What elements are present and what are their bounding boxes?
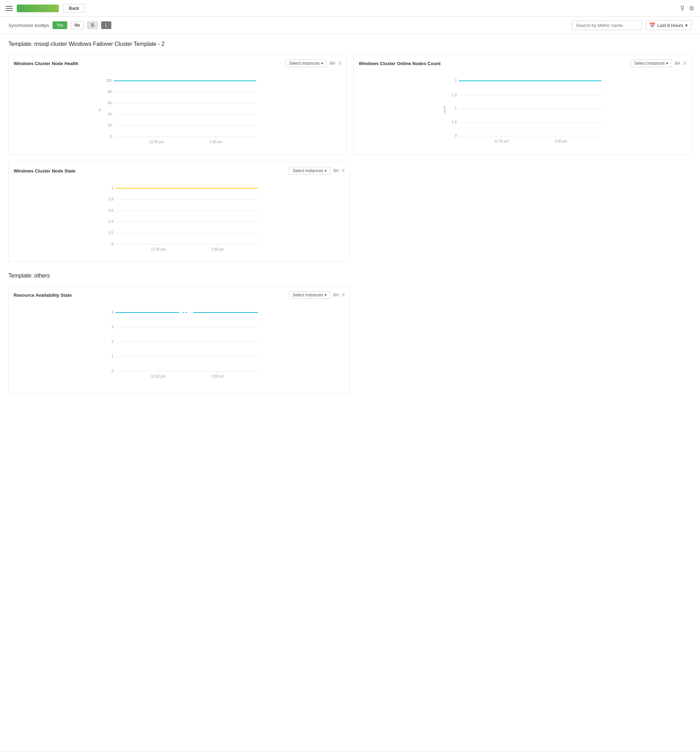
svg-text:60: 60 (108, 101, 112, 105)
charts-grid-1: Windows Cluster Node Health Select insta… (8, 54, 692, 155)
chart-header-3: Windows Cluster Node State Select instan… (14, 167, 345, 175)
settings-icon[interactable]: ⚙ (689, 5, 694, 12)
chart-title-4: Resource Availability State (14, 292, 72, 298)
yes-button[interactable]: Yes (53, 21, 67, 29)
toolbar-left: Synchronize tooltips Yes No S L (8, 21, 111, 29)
chart-svg-wrapper-2: count 2 1.5 1 0.5 0 (359, 71, 686, 149)
svg-text:0: 0 (455, 134, 457, 138)
chart-controls-4: Select instances ▾ 8H ≡ (289, 291, 345, 299)
template-section-2: Template: others Resource Availability S… (8, 273, 692, 393)
template-name-1: mssql-cluster Windows Failover Cluster T… (34, 41, 165, 47)
nav-left: Back (6, 4, 85, 12)
svg-text:1: 1 (111, 186, 114, 190)
chart-menu-4[interactable]: ≡ (342, 292, 345, 298)
chart-svg-4: 4 3 2 1 0 (14, 303, 345, 387)
template-section-1: Template: mssql-cluster Windows Failover… (8, 41, 692, 262)
svg-text:0.2: 0.2 (109, 231, 114, 235)
size-s-button[interactable]: S (87, 21, 98, 29)
back-button[interactable]: Back (63, 4, 85, 12)
select-instances-btn-2[interactable]: Select instances ▾ (630, 59, 672, 67)
top-navigation: Back ⊽ ⚙ (0, 0, 700, 17)
chart-period-4: 8H (333, 292, 338, 297)
nav-right: ⊽ ⚙ (680, 5, 694, 12)
calendar-icon: 📅 (649, 22, 655, 28)
hamburger-menu[interactable] (6, 6, 12, 11)
svg-text:0.4: 0.4 (109, 220, 114, 224)
svg-text:0.8: 0.8 (109, 197, 114, 201)
chart-svg-3: 1 0.8 0.6 0.4 0.2 0 (14, 179, 345, 256)
sync-tooltips-label: Synchronize tooltips (8, 23, 49, 28)
svg-text:20: 20 (108, 124, 112, 127)
chart-header-2: Windows Cluster Online Nodes Count Selec… (359, 59, 686, 67)
chart-controls-2: Select instances ▾ 8H ≡ (630, 59, 686, 67)
time-selector-label: Last 8 Hours (657, 23, 683, 28)
svg-text:3:30 pm: 3:30 pm (212, 374, 224, 378)
search-input[interactable] (572, 21, 642, 30)
chart-controls-3: Select instances ▾ 8H ≡ (289, 167, 345, 175)
svg-text:2: 2 (455, 79, 457, 82)
select-instances-btn-1[interactable]: Select instances ▾ (285, 59, 327, 67)
svg-text:0.6: 0.6 (109, 208, 114, 213)
chart-svg-1: % 100 80 60 40 20 0 (14, 71, 341, 148)
chart-menu-2[interactable]: ≡ (683, 60, 686, 67)
template-prefix-2: Template: (8, 273, 33, 278)
chart-svg-2: count 2 1.5 1 0.5 0 (359, 71, 686, 148)
svg-text:12:30 pm: 12:30 pm (494, 139, 509, 143)
chart-single-2: Resource Availability State Select insta… (8, 286, 692, 393)
svg-text:80: 80 (108, 90, 112, 94)
chart-node-state: Windows Cluster Node State Select instan… (8, 162, 350, 262)
select-instances-label-1: Select instances (289, 61, 320, 66)
chart-single-1: Windows Cluster Node State Select instan… (8, 162, 692, 262)
svg-text:%: % (98, 108, 102, 111)
filter-icon[interactable]: ⊽ (680, 5, 684, 12)
chart-node-health: Windows Cluster Node Health Select insta… (8, 54, 347, 155)
svg-text:40: 40 (108, 112, 112, 116)
select-instances-label-4: Select instances (292, 292, 323, 297)
main-content: Template: mssql-cluster Windows Failover… (0, 34, 700, 751)
svg-text:3:30 pm: 3:30 pm (555, 139, 567, 143)
select-instances-label-3: Select instances (292, 168, 323, 173)
template-name-2: others (34, 273, 50, 278)
chart-resource-availability: Resource Availability State Select insta… (8, 286, 350, 393)
chart-svg-wrapper-1: % 100 80 60 40 20 0 (14, 71, 341, 149)
dropdown-arrow-1: ▾ (321, 61, 323, 66)
chart-svg-wrapper-3: 1 0.8 0.6 0.4 0.2 0 (14, 179, 345, 257)
svg-text:0: 0 (111, 369, 114, 373)
svg-text:3: 3 (111, 325, 114, 329)
template-prefix-1: Template: (8, 41, 33, 47)
svg-text:3:30 pm: 3:30 pm (212, 247, 224, 251)
template-title-1: Template: mssql-cluster Windows Failover… (8, 41, 692, 47)
chart-header-1: Windows Cluster Node Health Select insta… (14, 59, 341, 67)
select-instances-btn-3[interactable]: Select instances ▾ (289, 167, 330, 175)
chart-period-1: 8H (330, 61, 335, 66)
time-selector[interactable]: 📅 Last 8 Hours ▾ (646, 20, 692, 30)
size-l-button[interactable]: L (101, 21, 111, 29)
select-instances-btn-4[interactable]: Select instances ▾ (289, 291, 330, 299)
svg-text:0.5: 0.5 (452, 120, 457, 124)
svg-text:2: 2 (111, 340, 114, 343)
dropdown-arrow: ▾ (685, 23, 688, 28)
dropdown-arrow-3: ▾ (324, 168, 327, 173)
chart-online-nodes: Windows Cluster Online Nodes Count Selec… (353, 54, 692, 155)
svg-text:1: 1 (455, 107, 457, 110)
svg-text:count: count (443, 106, 446, 114)
svg-text:12:30 pm: 12:30 pm (151, 247, 166, 251)
svg-text:1.5: 1.5 (452, 93, 457, 97)
chart-header-4: Resource Availability State Select insta… (14, 291, 345, 299)
svg-text:1: 1 (111, 354, 114, 358)
chart-controls-1: Select instances ▾ 8H ≡ (285, 59, 341, 67)
svg-text:4: 4 (111, 311, 114, 314)
template-title-2: Template: others (8, 273, 692, 279)
chart-menu-1[interactable]: ≡ (338, 60, 341, 67)
svg-text:100: 100 (106, 79, 112, 82)
dropdown-arrow-2: ▾ (666, 61, 668, 66)
svg-text:3:30 pm: 3:30 pm (210, 140, 222, 144)
chart-period-3: 8H (333, 168, 338, 173)
svg-text:12:30 pm: 12:30 pm (151, 374, 166, 378)
logo (17, 5, 59, 12)
chart-menu-3[interactable]: ≡ (342, 168, 345, 174)
select-instances-label-2: Select instances (634, 61, 665, 66)
chart-svg-wrapper-4: 4 3 2 1 0 (14, 303, 345, 388)
no-button[interactable]: No (71, 21, 84, 29)
svg-text:0: 0 (110, 135, 112, 138)
